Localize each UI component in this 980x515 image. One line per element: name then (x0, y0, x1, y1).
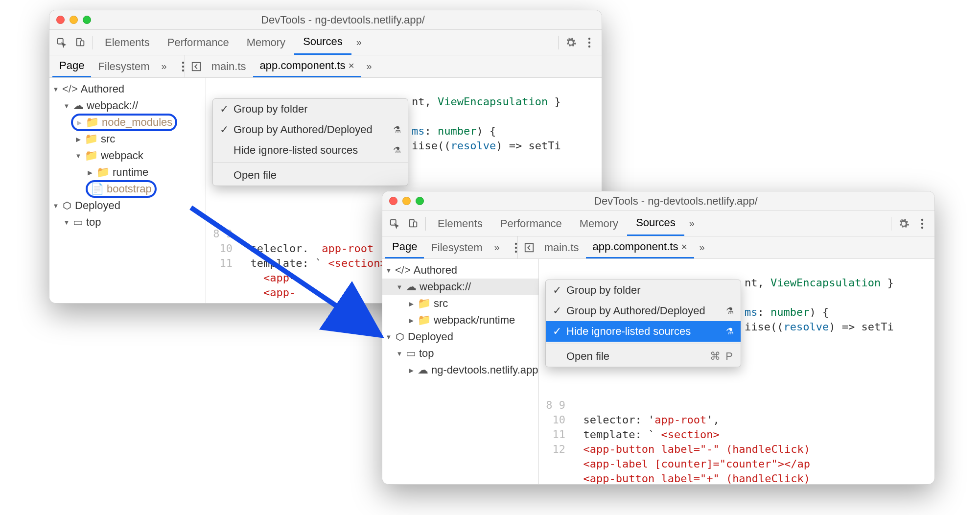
svg-rect-13 (414, 222, 417, 227)
more-tabs-chevron[interactable]: » (684, 218, 700, 229)
titlebar: DevTools - ng-devtools.netlify.app/ (49, 10, 602, 30)
window-title: DevTools - ng-devtools.netlify.app/ (91, 14, 595, 26)
inspect-element-icon[interactable] (52, 33, 71, 52)
settings-gear-icon[interactable] (894, 214, 913, 233)
svg-point-6 (182, 61, 184, 63)
main-tabbar: Elements Performance Memory Sources » (382, 211, 934, 236)
menu-group-by-folder[interactable]: ✓Group by folder (213, 99, 408, 119)
minimize-window-button[interactable] (70, 16, 78, 24)
tree-deployed[interactable]: ▼Deployed (49, 197, 206, 214)
titlebar: DevTools - ng-devtools.netlify.app/ (382, 191, 934, 211)
tab-elements[interactable]: Elements (429, 211, 491, 236)
sources-subtabs: Page Filesystem » main.ts app.component.… (49, 55, 602, 78)
window-title: DevTools - ng-devtools.netlify.app/ (424, 195, 928, 208)
svg-point-5 (588, 45, 590, 47)
tree-webpack-root[interactable]: ▼☁webpack:// (382, 279, 538, 295)
svg-point-7 (182, 65, 184, 67)
flask-experiment-icon: ⚗ (726, 305, 734, 316)
device-toolbar-icon[interactable] (404, 214, 422, 233)
svg-point-4 (588, 41, 590, 43)
inspect-element-icon[interactable] (385, 214, 404, 233)
file-tree: ▼</>Authored ▼☁webpack:// ▶📁node_modules… (49, 78, 206, 303)
maximize-window-button[interactable] (416, 197, 424, 205)
tree-top[interactable]: ▼▭top (49, 214, 206, 231)
devtools-window-after: DevTools - ng-devtools.netlify.app/ Elem… (382, 191, 935, 485)
subtab-page[interactable]: Page (385, 236, 424, 258)
svg-point-8 (182, 69, 184, 71)
svg-point-16 (921, 226, 923, 228)
tab-memory[interactable]: Memory (238, 30, 294, 55)
nav-prev-icon[interactable] (188, 58, 205, 75)
menu-open-file[interactable]: Open file⌘ P (546, 346, 741, 367)
menu-hide-ignored[interactable]: ✓Hide ignore-listed sources⚗ (546, 321, 741, 342)
svg-point-17 (514, 242, 516, 244)
tree-src[interactable]: ▶📁src (49, 131, 206, 147)
tab-memory[interactable]: Memory (571, 211, 627, 236)
status-bar: Line 2, Column 1 (From main.da63f7b2fe3f… (382, 484, 934, 485)
tree-webpack-runtime[interactable]: ▶📁webpack/runtime (382, 312, 538, 328)
tab-sources[interactable]: Sources (294, 30, 351, 55)
menu-shortcut: ⌘ P (710, 350, 734, 363)
subtab-filesystem[interactable]: Filesystem (424, 236, 489, 258)
device-toolbar-icon[interactable] (71, 33, 90, 52)
tree-context-menu: ✓Group by folder ✓Group by Authored/Depl… (545, 280, 741, 367)
more-tabs-chevron[interactable]: » (351, 37, 367, 48)
highlight-node-modules: ▶📁node_modules (71, 114, 177, 131)
tab-elements[interactable]: Elements (96, 30, 159, 55)
nav-prev-icon[interactable] (521, 239, 537, 256)
flask-experiment-icon: ⚗ (393, 145, 401, 156)
minimize-window-button[interactable] (402, 197, 411, 205)
filetab-app-component[interactable]: app.component.ts✕ (586, 236, 695, 258)
filetab-more-chevron[interactable]: » (694, 242, 709, 253)
svg-point-18 (514, 246, 516, 248)
svg-point-14 (921, 218, 923, 220)
flask-experiment-icon: ⚗ (726, 326, 734, 337)
flask-experiment-icon: ⚗ (393, 124, 401, 135)
tree-node-modules[interactable]: ▶📁node_modules (49, 114, 206, 131)
close-tab-icon[interactable]: ✕ (681, 242, 687, 252)
maximize-window-button[interactable] (83, 16, 91, 24)
svg-rect-2 (81, 41, 84, 46)
svg-point-3 (588, 37, 590, 39)
tree-webpack-folder[interactable]: ▼📁webpack (49, 147, 206, 164)
subtab-page[interactable]: Page (52, 55, 91, 77)
settings-gear-icon[interactable] (561, 33, 580, 52)
tree-runtime[interactable]: ▶📁runtime (49, 164, 206, 181)
menu-open-file[interactable]: Open file (213, 165, 408, 186)
filetab-app-component[interactable]: app.component.ts✕ (253, 55, 362, 77)
menu-group-by-authored[interactable]: ✓Group by Authored/Deployed⚗ (213, 119, 408, 140)
highlight-bootstrap: 📄bootstrap (86, 180, 157, 198)
tree-top[interactable]: ▼▭top (382, 345, 538, 362)
subtab-more-chevron[interactable]: » (157, 61, 172, 72)
sources-subtabs: Page Filesystem » main.ts app.component.… (382, 236, 934, 259)
menu-group-by-folder[interactable]: ✓Group by folder (546, 280, 741, 301)
tree-domain[interactable]: ▶☁ng-devtools.netlify.app (382, 362, 538, 378)
menu-hide-ignored[interactable]: Hide ignore-listed sources⚗ (213, 140, 408, 161)
close-tab-icon[interactable]: ✕ (348, 61, 354, 70)
svg-rect-20 (525, 243, 533, 252)
close-window-button[interactable] (389, 197, 397, 205)
filetab-main[interactable]: main.ts (537, 236, 586, 258)
more-vert-icon[interactable] (580, 33, 599, 52)
line-gutter: 8 9 10 11 12 (539, 396, 570, 484)
tree-deployed[interactable]: ▼Deployed (382, 328, 538, 345)
tree-webpack-root[interactable]: ▼☁webpack:// (49, 97, 206, 114)
traffic-lights (56, 16, 91, 24)
main-tabbar: Elements Performance Memory Sources » (49, 30, 602, 55)
close-window-button[interactable] (56, 16, 65, 24)
traffic-lights (389, 197, 424, 205)
svg-point-19 (514, 250, 516, 252)
tree-authored[interactable]: ▼</>Authored (382, 262, 538, 279)
subtab-more-chevron[interactable]: » (490, 242, 505, 253)
tab-performance[interactable]: Performance (491, 211, 571, 236)
tab-performance[interactable]: Performance (159, 30, 238, 55)
filetab-more-chevron[interactable]: » (361, 61, 376, 72)
tab-sources[interactable]: Sources (627, 211, 684, 236)
tree-src[interactable]: ▶📁src (382, 295, 538, 312)
tree-authored[interactable]: ▼</>Authored (49, 81, 206, 97)
subtab-filesystem[interactable]: Filesystem (91, 55, 156, 77)
filetab-main[interactable]: main.ts (205, 55, 253, 77)
menu-group-by-authored[interactable]: ✓Group by Authored/Deployed⚗ (546, 301, 741, 321)
tree-bootstrap[interactable]: 📄bootstrap (49, 181, 206, 197)
more-vert-icon[interactable] (913, 214, 932, 233)
